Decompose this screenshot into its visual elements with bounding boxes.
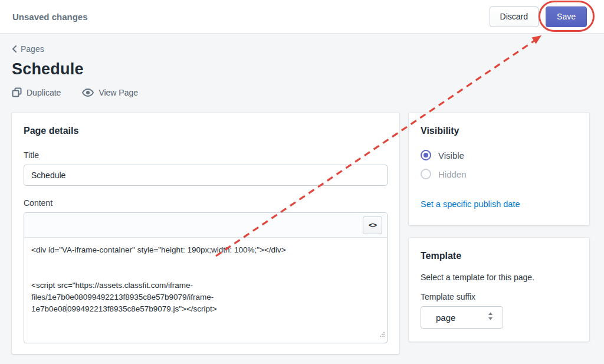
code-line: files/1e7b0e08099492213f8935c8e57b9079/i…	[31, 291, 380, 303]
radio-unselected-icon[interactable]	[421, 169, 431, 179]
code-line-with-caret: 1e7b0e08099492213f8935c8e57b9079.js"></s…	[31, 303, 380, 315]
visibility-option-visible[interactable]: Visible	[421, 150, 577, 160]
set-publish-date-link[interactable]: Set a specific publish date	[421, 199, 520, 209]
page-details-heading: Page details	[24, 126, 388, 136]
breadcrumb-label: Pages	[21, 44, 44, 54]
template-suffix-select[interactable]: page	[421, 306, 503, 329]
radio-selected-icon[interactable]	[421, 150, 431, 160]
visibility-heading: Visibility	[421, 126, 577, 136]
visibility-option-hidden[interactable]: Hidden	[421, 169, 577, 179]
code-line	[31, 256, 380, 268]
radio-label: Hidden	[438, 169, 467, 179]
topbar: Unsaved changes Discard Save	[0, 0, 604, 34]
template-card: Template Select a template for this page…	[409, 238, 589, 342]
content-field-label: Content	[24, 198, 388, 208]
page-actions: Duplicate View Page	[12, 87, 589, 97]
content-code-area[interactable]: <div id="VA-iframe-container" style="hei…	[24, 238, 387, 343]
title-input[interactable]	[24, 165, 388, 186]
code-line: <script src="https://assets.classfit.com…	[31, 280, 380, 291]
code-text-after-caret: 099492213f8935c8e57b9079.js"></script>	[67, 304, 217, 313]
chevron-left-icon	[12, 45, 17, 53]
code-text-before-caret: 1e7b0e08	[31, 304, 67, 313]
resize-grip-icon[interactable]	[379, 329, 385, 341]
duplicate-button[interactable]: Duplicate	[12, 87, 61, 97]
visibility-card: Visibility Visible Hidden Set a specific…	[409, 113, 589, 225]
code-line	[31, 268, 380, 280]
save-button[interactable]: Save	[546, 6, 587, 27]
view-page-label: View Page	[99, 88, 138, 97]
radio-label: Visible	[438, 150, 464, 160]
save-button-wrap: Save	[546, 6, 587, 27]
content-editor-toolbar: <>	[24, 213, 387, 238]
eye-icon	[82, 88, 94, 97]
template-suffix-label: Template suffix	[421, 292, 577, 301]
discard-button[interactable]: Discard	[490, 6, 539, 27]
title-field-label: Title	[24, 150, 388, 160]
updown-arrows-icon	[488, 312, 493, 323]
view-page-button[interactable]: View Page	[82, 88, 138, 97]
show-html-button[interactable]: <>	[363, 217, 382, 234]
breadcrumb-pages-link[interactable]: Pages	[12, 44, 44, 54]
page-title: Schedule	[12, 60, 589, 78]
columns: Page details Title Content <> <div id="V…	[12, 113, 589, 354]
topbar-actions: Discard Save	[490, 6, 587, 27]
template-description: Select a template for this page.	[421, 273, 577, 282]
right-column: Visibility Visible Hidden Set a specific…	[409, 113, 589, 342]
unsaved-changes-status: Unsaved changes	[12, 12, 88, 22]
duplicate-label: Duplicate	[27, 88, 61, 97]
page-content: Pages Schedule Duplicate View Page	[0, 34, 604, 354]
template-heading: Template	[421, 251, 577, 261]
select-value: page	[436, 313, 455, 323]
page-details-card: Page details Title Content <> <div id="V…	[12, 113, 399, 354]
content-editor: <> <div id="VA-iframe-container" style="…	[24, 212, 388, 343]
duplicate-icon	[12, 87, 22, 97]
code-line: <div id="VA-iframe-container" style="hei…	[31, 244, 380, 256]
